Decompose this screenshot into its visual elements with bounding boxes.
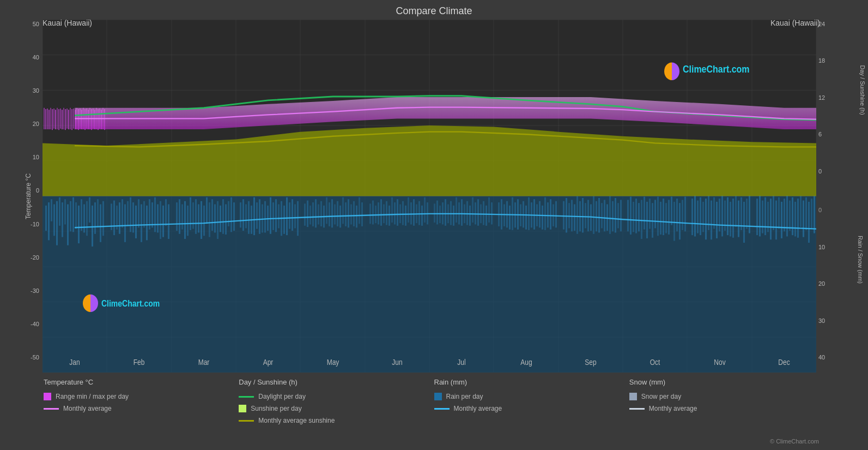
svg-rect-134 [359,197,360,224]
svg-rect-220 [612,201,614,231]
svg-rect-213 [593,196,594,234]
svg-rect-98 [256,202,258,229]
svg-rect-280 [789,201,791,231]
svg-rect-259 [727,197,729,235]
svg-rect-276 [778,197,780,229]
legend-col-1-title: Temperature °C [44,378,239,386]
svg-rect-229 [641,200,642,239]
svg-rect-117 [312,202,314,226]
svg-text:May: May [327,358,339,367]
svg-rect-33 [64,199,66,224]
svg-rect-284 [800,195,802,227]
svg-rect-141 [383,205,385,224]
svg-rect-201 [555,201,557,228]
svg-rect-58 [138,199,139,227]
svg-text:Jul: Jul [457,358,465,367]
svg-rect-257 [721,195,723,236]
legend-col-3-title: Rain (mm) [434,378,629,386]
svg-rect-260 [730,202,731,237]
svg-rect-54 [127,201,129,226]
svg-rect-281 [792,197,793,235]
svg-rect-145 [394,202,396,224]
svg-rect-283 [797,199,799,238]
svg-rect-76 [192,202,194,229]
svg-rect-203 [566,198,567,233]
legend-col-4-title: Snow (mm) [629,378,824,386]
svg-rect-271 [764,197,766,235]
svg-rect-155 [421,206,423,226]
svg-rect-245 [684,197,686,232]
svg-rect-149 [405,206,406,226]
svg-rect-289 [814,195,815,233]
svg-rect-178 [488,197,490,223]
legend-item-temp-range: Range min / max per day [44,393,239,400]
legend-item-snow-avg: Monthly average [629,405,824,412]
svg-rect-95 [248,201,250,234]
daylight-icon [239,396,254,398]
snow-avg-icon [629,408,645,410]
svg-rect-159 [436,201,438,225]
svg-rect-75 [190,197,191,230]
svg-rect-221 [615,198,616,233]
svg-rect-227 [635,199,637,233]
svg-rect-239 [668,200,670,235]
svg-rect-142 [386,201,387,225]
svg-rect-244 [682,200,683,230]
y-axis-right-labels: Day / Sunshine (h) Rain / Snow (mm) [841,20,857,373]
svg-rect-234 [654,200,656,228]
svg-rect-113 [297,201,299,236]
page-title: Compare Climate [11,5,857,17]
svg-rect-286 [805,197,807,230]
svg-rect-299 [57,108,58,129]
svg-rect-205 [571,200,573,231]
svg-rect-77 [195,199,197,234]
svg-rect-263 [738,201,739,237]
svg-rect-297 [53,109,54,129]
svg-rect-79 [201,201,202,239]
copyright: © ClimeChart.com [11,438,857,445]
svg-rect-190 [525,206,527,230]
svg-rect-207 [576,196,578,234]
svg-rect-277 [781,202,782,238]
svg-rect-114 [304,203,306,225]
svg-rect-83 [211,199,213,231]
svg-rect-86 [220,206,221,232]
svg-rect-209 [582,198,584,233]
location-left-label: Kauai (Hawaii) [43,19,92,27]
legend-col-rain: Rain (mm) Rain per day Monthly average [434,378,629,438]
svg-rect-179 [491,202,493,224]
svg-rect-35 [70,201,71,231]
svg-rect-306 [68,110,69,129]
temp-avg-icon [44,408,59,410]
svg-rect-177 [485,206,487,226]
legend-col-2-title: Day / Sunshine (h) [239,378,434,386]
svg-rect-303 [63,108,64,129]
svg-rect-295 [50,108,51,129]
legend-item-sunshine-avg: Monthly average sunshine [239,417,434,424]
svg-rect-37 [75,202,77,229]
svg-rect-243 [679,203,681,239]
svg-rect-304 [65,109,66,130]
svg-rect-128 [342,197,344,224]
svg-rect-182 [503,205,505,226]
svg-rect-240 [671,197,672,225]
legend-col-snow: Snow (mm) Snow per day Monthly average [629,378,824,438]
chart-svg: Jan Feb Mar Apr May Jun Jul Aug Sep Oct … [43,20,816,373]
svg-text:Dec: Dec [778,358,790,367]
svg-rect-156 [424,197,426,223]
svg-rect-115 [307,201,308,227]
svg-rect-51 [119,202,120,234]
svg-rect-249 [700,197,701,235]
legend-item-temp-avg: Monthly average [44,405,239,412]
svg-rect-44 [94,202,96,234]
svg-rect-72 [181,205,183,230]
svg-rect-130 [348,199,349,227]
svg-rect-228 [638,203,640,231]
svg-rect-237 [663,199,664,235]
svg-rect-53 [124,205,126,242]
legend-item-snow: Snow per day [629,393,824,400]
sunshine-label: Day / Sunshine (h) [859,65,865,115]
svg-text:Sep: Sep [585,358,596,367]
svg-rect-269 [759,195,761,236]
svg-rect-80 [203,206,205,236]
